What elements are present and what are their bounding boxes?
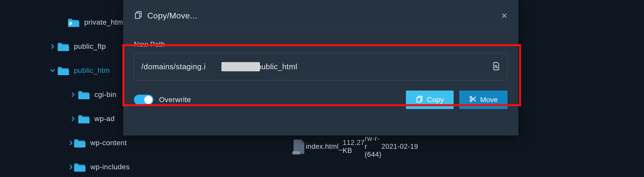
- tree-item-wp-includes[interactable]: wp-includes: [0, 155, 123, 177]
- svg-point-3: [297, 153, 298, 154]
- tree-item-public-htm[interactable]: public_htm: [0, 58, 123, 83]
- copy-button-label: Copy: [427, 96, 444, 104]
- copy-button[interactable]: Copy: [406, 91, 453, 109]
- scissors-icon: [469, 95, 477, 105]
- tree-item-label: public_ftp: [74, 42, 106, 51]
- tree-item-private-htm[interactable]: private_htm: [0, 10, 123, 34]
- file-row[interactable]: index.html_112.27 KBrw-r-r (644)2021-02-…: [292, 133, 644, 160]
- svg-rect-0: [292, 151, 300, 154]
- dialog-title: Copy/Move...: [134, 11, 197, 21]
- tree-item-label: cgi-bin: [94, 91, 116, 99]
- browse-path-button[interactable]: [492, 62, 500, 72]
- move-button-label: Move: [480, 96, 498, 104]
- folder-icon: [57, 65, 70, 76]
- svg-rect-9: [417, 97, 421, 102]
- folder-icon: [77, 90, 90, 100]
- svg-point-1: [294, 153, 295, 154]
- move-button[interactable]: Move: [459, 91, 508, 109]
- caret-right-icon[interactable]: [69, 116, 77, 121]
- overwrite-toggle[interactable]: [134, 95, 153, 105]
- svg-point-2: [295, 153, 296, 154]
- tree-item-label: wp-includes: [90, 163, 130, 171]
- tree-item-public-ftp[interactable]: public_ftp: [0, 34, 123, 58]
- new-path-input[interactable]: [141, 62, 492, 71]
- file-date: 2021-02-19: [382, 143, 644, 151]
- caret-down-icon[interactable]: [48, 68, 57, 73]
- tree-item-wp-ad[interactable]: wp-ad: [0, 107, 123, 131]
- caret-right-icon[interactable]: [69, 92, 77, 97]
- copy-documents-icon: [134, 11, 143, 21]
- file-size: 112.27 KB: [343, 139, 365, 155]
- caret-right-icon[interactable]: [48, 44, 57, 49]
- file-icon: [292, 139, 306, 154]
- folder-shortcut-icon: [67, 17, 80, 27]
- close-button[interactable]: ✕: [501, 11, 508, 20]
- folder-icon: [73, 162, 86, 172]
- overwrite-label: Overwrite: [159, 96, 191, 104]
- folder-tree: private_htm public_ftp public_htm cgi-bi…: [0, 0, 123, 177]
- folder-icon: [73, 138, 86, 148]
- tree-item-label: wp-content: [90, 139, 127, 147]
- copy-icon: [416, 95, 423, 105]
- folder-icon: [77, 114, 90, 124]
- tree-item-label: wp-ad: [94, 115, 115, 123]
- dialog-title-text: Copy/Move...: [147, 11, 197, 21]
- caret-right-icon[interactable]: [69, 141, 73, 145]
- svg-line-7: [497, 67, 498, 68]
- caret-right-icon[interactable]: [69, 165, 73, 169]
- new-path-label: New Path: [134, 41, 508, 48]
- tree-item-cgi-bin[interactable]: cgi-bin: [0, 83, 123, 107]
- svg-rect-5: [135, 13, 140, 18]
- tree-item-label: private_htm: [84, 18, 123, 26]
- dialog-header: Copy/Move... ✕: [123, 0, 518, 32]
- redaction-overlay: [221, 62, 260, 71]
- svg-point-6: [495, 65, 497, 67]
- folder-icon: [57, 41, 70, 52]
- copy-move-dialog: Copy/Move... ✕ New Path Overwrite: [123, 0, 518, 135]
- tree-item-wp-content[interactable]: wp-content: [0, 131, 123, 155]
- tree-item-label: public_htm: [74, 66, 110, 75]
- file-permissions: rw-r-r (644): [365, 135, 382, 159]
- file-name: index.html_: [306, 143, 343, 151]
- new-path-field-wrap[interactable]: [134, 53, 508, 80]
